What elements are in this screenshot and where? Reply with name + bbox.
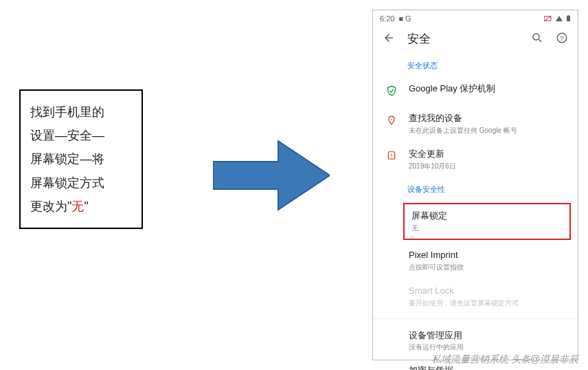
svg-marker-0 bbox=[213, 141, 330, 210]
svg-rect-3 bbox=[567, 16, 570, 21]
section-header-status: 安全状态 bbox=[373, 54, 578, 76]
section-header-device: 设备安全性 bbox=[373, 177, 578, 200]
divider bbox=[373, 318, 578, 319]
row-security-update[interactable]: 安全更新 2019年10月6日 bbox=[373, 142, 578, 177]
row-sub: 要开始使用，请先设置屏幕锁定方式 bbox=[409, 298, 568, 307]
status-left-icons: ■ G bbox=[398, 14, 411, 23]
row-sub: 点按即可设置指纹 bbox=[409, 263, 568, 272]
instruction-text: 设置—安全— bbox=[30, 129, 104, 142]
shield-check-icon bbox=[386, 85, 397, 99]
arrow-icon bbox=[213, 138, 330, 213]
svg-point-5 bbox=[533, 34, 539, 40]
svg-rect-4 bbox=[568, 15, 569, 16]
instruction-text: 找到手机里的 bbox=[30, 105, 104, 119]
row-pixel-imprint[interactable]: Pixel Imprint 点按即可设置指纹 bbox=[373, 243, 578, 279]
svg-point-12 bbox=[391, 157, 392, 157]
instruction-highlight: 无 bbox=[71, 199, 84, 213]
search-icon[interactable] bbox=[531, 32, 543, 46]
instruction-text: 屏幕锁定方式 bbox=[30, 176, 104, 190]
help-icon[interactable]: ? bbox=[556, 32, 568, 46]
row-sub: 没有运行中的应用 bbox=[409, 342, 568, 351]
row-sub: 无 bbox=[411, 224, 563, 233]
status-time: 6:20 bbox=[380, 14, 394, 23]
phone-screenshot: 6:20 ■ G 安全 ? 安全状态 Google Play 保护机制 bbox=[372, 10, 578, 360]
row-screen-lock-highlight[interactable]: 屏幕锁定 无 bbox=[403, 203, 571, 240]
update-alert-icon bbox=[387, 150, 396, 163]
page-title: 安全 bbox=[407, 31, 519, 47]
instruction-text: 更改为" bbox=[30, 199, 71, 213]
row-title: 屏幕锁定 bbox=[411, 210, 563, 222]
svg-line-6 bbox=[539, 39, 541, 42]
row-title: 查找我的设备 bbox=[409, 113, 568, 124]
instruction-text: 屏幕锁定—将 bbox=[30, 152, 104, 166]
row-title: 安全更新 bbox=[409, 149, 568, 160]
row-title: Smart Lock bbox=[409, 285, 568, 297]
back-icon[interactable] bbox=[383, 32, 395, 46]
svg-point-9 bbox=[391, 118, 392, 120]
row-find-device[interactable]: 查找我的设备 未在此设备上设置任何 Google 帐号 bbox=[373, 106, 578, 142]
instruction-text: " bbox=[84, 199, 88, 213]
row-sub: 2019年10月6日 bbox=[409, 162, 568, 171]
instruction-box: 找到手机里的 设置—安全— 屏幕锁定—将 屏幕锁定方式 更改为"无" bbox=[19, 89, 143, 229]
row-title: Google Play 保护机制 bbox=[409, 83, 568, 95]
row-title: 加密与凭据 bbox=[409, 365, 568, 370]
app-bar: 安全 ? bbox=[373, 24, 578, 54]
status-right-icons bbox=[544, 15, 571, 22]
status-bar: 6:20 ■ G bbox=[373, 10, 578, 24]
location-alert-icon bbox=[387, 114, 396, 129]
row-title: 设备管理应用 bbox=[409, 330, 568, 342]
row-title: Pixel Imprint bbox=[409, 250, 568, 261]
row-play-protect[interactable]: Google Play 保护机制 bbox=[373, 76, 578, 106]
svg-text:?: ? bbox=[560, 34, 564, 42]
row-smart-lock: Smart Lock 要开始使用，请先设置屏幕锁定方式 bbox=[373, 279, 578, 314]
watermark-text: 私域流量营销系统 头条@漠晨非辰 bbox=[431, 353, 578, 366]
row-sub: 未在此设备上设置任何 Google 帐号 bbox=[409, 126, 568, 135]
